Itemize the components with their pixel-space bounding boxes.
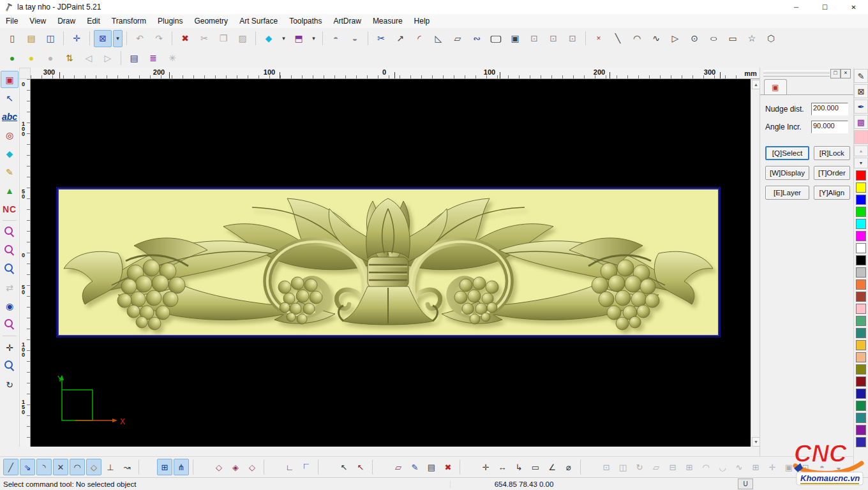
pick-list-icon[interactable]: ▤: [424, 459, 439, 475]
unit-toggle-button[interactable]: U: [738, 479, 753, 489]
select-tool-icon[interactable]: ▣: [1, 71, 19, 88]
array-fan-icon[interactable]: ◡: [715, 459, 730, 475]
array-rotate-icon[interactable]: ↻: [632, 459, 647, 475]
panel-close-button[interactable]: ×: [841, 69, 851, 78]
color-swatch[interactable]: [856, 279, 866, 290]
marquee-icon[interactable]: ⊠: [854, 84, 868, 98]
cut-icon[interactable]: ✂: [195, 30, 213, 47]
shade-off-icon[interactable]: ●: [22, 50, 40, 67]
array-skew-icon[interactable]: ▱: [648, 459, 664, 475]
current-color-swatch[interactable]: [854, 130, 868, 144]
color-swatch[interactable]: [856, 401, 866, 411]
snap-free-icon[interactable]: ╱: [3, 459, 19, 475]
layer-manager-icon[interactable]: ▤: [125, 50, 143, 67]
color-swatch[interactable]: [856, 352, 866, 362]
color-picker-icon[interactable]: ✒: [854, 100, 868, 114]
select-dropdown-icon[interactable]: ▾: [113, 30, 123, 47]
snap-tangent-icon[interactable]: ↝: [119, 459, 135, 475]
menu-item[interactable]: Toolpaths: [283, 14, 327, 28]
open-file-icon[interactable]: ▤: [22, 30, 40, 47]
measure-radius-icon[interactable]: ⌀: [561, 459, 576, 475]
menu-item[interactable]: Geometry: [188, 14, 234, 28]
copy-icon[interactable]: ❒: [214, 30, 232, 47]
offset-icon[interactable]: ▱: [449, 30, 467, 47]
align-button[interactable]: [Y]Align: [814, 186, 850, 200]
color-swatch[interactable]: [856, 364, 866, 375]
guide-center-icon[interactable]: ◇: [244, 459, 260, 475]
tab-selection[interactable]: ▣: [764, 79, 787, 94]
chamfer-icon[interactable]: ◺: [430, 30, 447, 47]
relief-3d-icon[interactable]: ▲: [1, 182, 19, 199]
extend-icon[interactable]: ↗: [391, 30, 409, 47]
color-swatch[interactable]: [856, 195, 866, 205]
color-swatch[interactable]: [856, 304, 866, 314]
array-flip-icon[interactable]: ⊟: [665, 459, 680, 475]
node-edit-icon[interactable]: ↖: [1, 89, 19, 107]
menu-item[interactable]: ArtDraw: [328, 14, 367, 28]
palette-down-icon[interactable]: ▼: [854, 158, 868, 168]
select-box-icon[interactable]: ⊠: [94, 30, 112, 47]
panel-restore-button[interactable]: □: [830, 69, 841, 78]
array-path-icon[interactable]: ∿: [731, 459, 747, 475]
menu-item[interactable]: Transform: [106, 14, 152, 28]
pick-add-icon[interactable]: ↖: [336, 459, 352, 475]
zoom-object-icon[interactable]: [1, 316, 19, 333]
order-button[interactable]: [T]Order: [814, 166, 850, 180]
display-button[interactable]: [W]Display: [765, 166, 809, 180]
pan-icon[interactable]: ✛: [1, 339, 19, 356]
cancel-command-icon[interactable]: ✖: [440, 459, 456, 475]
menu-item[interactable]: Plugins: [152, 14, 188, 28]
shade-on-icon[interactable]: ●: [3, 50, 21, 67]
menu-item[interactable]: Measure: [367, 14, 408, 28]
copy-object-icon[interactable]: ⊡: [525, 30, 543, 47]
color-swatch[interactable]: [856, 182, 866, 193]
line-tool-icon[interactable]: ╲: [609, 30, 627, 47]
horizontal-scrollbar[interactable]: [19, 447, 760, 456]
color-swatch[interactable]: [856, 207, 866, 217]
plane-align-top-icon[interactable]: ∟: [299, 459, 314, 475]
zoom-scale-icon[interactable]: [1, 357, 19, 375]
viewport-canvas[interactable]: Y X: [31, 79, 751, 447]
view-prev-icon[interactable]: ◁: [80, 50, 98, 67]
color-swatch[interactable]: [856, 267, 866, 278]
fillet-icon[interactable]: ◜: [410, 30, 428, 47]
delete-icon[interactable]: ✖: [176, 30, 194, 47]
object-list-icon[interactable]: ≣: [144, 50, 162, 67]
align-cross-icon[interactable]: ✛: [765, 459, 780, 475]
measure-angle-icon[interactable]: ∠: [544, 459, 560, 475]
color-swatch[interactable]: [856, 425, 866, 435]
capture-draw-icon[interactable]: ✎: [407, 459, 423, 475]
guide-mid-icon[interactable]: ◈: [228, 459, 243, 475]
guide-point-icon[interactable]: ◇: [211, 459, 227, 475]
color-swatch[interactable]: [856, 170, 866, 181]
menu-item[interactable]: Art Surface: [234, 14, 283, 28]
spline-tool-icon[interactable]: ∿: [647, 30, 665, 47]
color-swatch[interactable]: [856, 316, 866, 326]
array-arc-icon[interactable]: ◠: [698, 459, 714, 475]
panel-grip[interactable]: □ ×: [762, 69, 851, 78]
zoom-in-icon[interactable]: [1, 260, 19, 278]
star-tool-icon[interactable]: ☆: [743, 30, 761, 47]
color-swatch[interactable]: [856, 376, 866, 387]
zoom-shrink-icon[interactable]: [1, 242, 19, 259]
menu-item[interactable]: Draw: [52, 14, 81, 28]
snap-grid-icon[interactable]: ⊞: [157, 459, 172, 475]
solid-dropdown-icon[interactable]: ▾: [309, 30, 318, 47]
array-mirror-icon[interactable]: ◫: [615, 459, 631, 475]
zoom-window-icon[interactable]: [1, 223, 19, 241]
toggle-light-icon[interactable]: ⇅: [61, 50, 79, 67]
measure-distance-icon[interactable]: ↔: [495, 459, 510, 475]
display-mode-icon[interactable]: ◉: [1, 297, 19, 315]
array-copy-icon[interactable]: ⊡: [599, 459, 614, 475]
outline-offset-icon[interactable]: ◎: [1, 126, 19, 144]
text-tool-icon[interactable]: abc: [1, 108, 19, 125]
undo-icon[interactable]: ↶: [131, 30, 149, 47]
relief-cup-icon[interactable]: ◒: [346, 30, 364, 47]
pick-remove-icon[interactable]: ↖: [353, 459, 368, 475]
menu-item[interactable]: Help: [408, 14, 436, 28]
color-swatch[interactable]: [856, 219, 866, 229]
color-swatch[interactable]: [856, 413, 866, 423]
surface-dropdown-icon[interactable]: ▾: [279, 30, 288, 47]
snap-arc-center-icon[interactable]: ◠: [70, 459, 85, 475]
color-swatch[interactable]: [856, 292, 866, 302]
